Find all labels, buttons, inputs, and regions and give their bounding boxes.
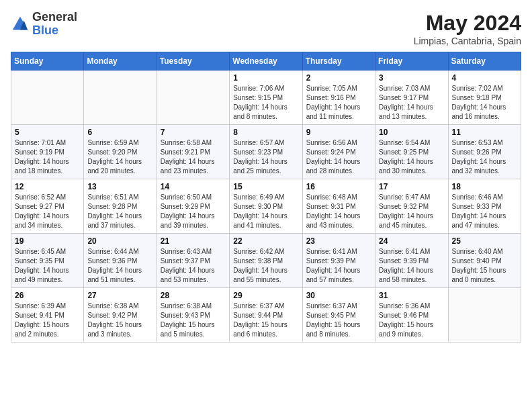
day-number: 18 [452, 182, 517, 191]
calendar-subtitle: Limpias, Cantabria, Spain [414, 36, 521, 46]
calendar-cell: 11Sunrise: 6:53 AM Sunset: 9:26 PM Dayli… [448, 125, 521, 179]
calendar-cell: 14Sunrise: 6:50 AM Sunset: 9:29 PM Dayli… [157, 179, 229, 234]
calendar-cell [11, 71, 84, 125]
calendar-cell: 27Sunrise: 6:38 AM Sunset: 9:42 PM Dayli… [84, 288, 157, 342]
day-number: 29 [233, 291, 298, 300]
day-info: Sunrise: 6:37 AM Sunset: 9:45 PM Dayligh… [306, 302, 371, 339]
calendar-week-row: 5Sunrise: 7:01 AM Sunset: 9:19 PM Daylig… [11, 125, 521, 179]
calendar-cell: 15Sunrise: 6:49 AM Sunset: 9:30 PM Dayli… [230, 179, 302, 234]
calendar-title: May 2024 [414, 11, 521, 36]
calendar-cell: 10Sunrise: 6:54 AM Sunset: 9:25 PM Dayli… [375, 125, 448, 179]
day-info: Sunrise: 6:46 AM Sunset: 9:33 PM Dayligh… [452, 193, 517, 230]
day-number: 10 [379, 128, 444, 137]
calendar-cell: 16Sunrise: 6:48 AM Sunset: 9:31 PM Dayli… [302, 179, 375, 234]
day-number: 27 [87, 291, 152, 300]
day-number: 4 [452, 73, 517, 83]
calendar-cell: 28Sunrise: 6:38 AM Sunset: 9:43 PM Dayli… [157, 288, 229, 342]
logo: General Blue [11, 11, 77, 38]
day-number: 20 [87, 236, 152, 246]
day-number: 7 [161, 128, 226, 137]
title-block: May 2024 Limpias, Cantabria, Spain [414, 11, 521, 46]
calendar-cell: 26Sunrise: 6:39 AM Sunset: 9:41 PM Dayli… [11, 288, 84, 342]
page-header: General Blue May 2024 Limpias, Cantabria… [11, 11, 521, 46]
weekday-header-monday: Monday [84, 52, 157, 71]
day-number: 2 [306, 73, 371, 83]
calendar-cell: 12Sunrise: 6:52 AM Sunset: 9:27 PM Dayli… [11, 179, 84, 234]
day-info: Sunrise: 6:51 AM Sunset: 9:28 PM Dayligh… [87, 193, 152, 230]
logo-icon [11, 15, 30, 34]
day-number: 23 [306, 236, 371, 246]
day-number: 9 [306, 128, 371, 137]
calendar-cell: 17Sunrise: 6:47 AM Sunset: 9:32 PM Dayli… [375, 179, 448, 234]
day-number: 22 [233, 236, 298, 246]
day-info: Sunrise: 6:36 AM Sunset: 9:46 PM Dayligh… [379, 302, 444, 339]
calendar-week-row: 19Sunrise: 6:45 AM Sunset: 9:35 PM Dayli… [11, 234, 521, 288]
weekday-header-row: SundayMondayTuesdayWednesdayThursdayFrid… [11, 52, 521, 71]
calendar-table: SundayMondayTuesdayWednesdayThursdayFrid… [11, 52, 521, 342]
day-info: Sunrise: 6:56 AM Sunset: 9:24 PM Dayligh… [306, 138, 371, 176]
calendar-cell [84, 71, 157, 125]
calendar-week-row: 26Sunrise: 6:39 AM Sunset: 9:41 PM Dayli… [11, 288, 521, 342]
day-info: Sunrise: 6:53 AM Sunset: 9:26 PM Dayligh… [452, 138, 517, 176]
day-info: Sunrise: 7:05 AM Sunset: 9:16 PM Dayligh… [306, 84, 371, 122]
day-info: Sunrise: 6:50 AM Sunset: 9:29 PM Dayligh… [161, 193, 226, 230]
calendar-week-row: 12Sunrise: 6:52 AM Sunset: 9:27 PM Dayli… [11, 179, 521, 234]
calendar-cell: 1Sunrise: 7:06 AM Sunset: 9:15 PM Daylig… [230, 71, 302, 125]
weekday-header-wednesday: Wednesday [230, 52, 302, 71]
calendar-cell: 18Sunrise: 6:46 AM Sunset: 9:33 PM Dayli… [448, 179, 521, 234]
day-info: Sunrise: 6:49 AM Sunset: 9:30 PM Dayligh… [233, 193, 298, 230]
day-info: Sunrise: 6:40 AM Sunset: 9:40 PM Dayligh… [452, 247, 517, 285]
day-info: Sunrise: 6:57 AM Sunset: 9:23 PM Dayligh… [233, 138, 298, 176]
day-info: Sunrise: 6:47 AM Sunset: 9:32 PM Dayligh… [379, 193, 444, 230]
day-info: Sunrise: 6:38 AM Sunset: 9:43 PM Dayligh… [161, 302, 226, 339]
day-number: 1 [233, 73, 298, 83]
day-number: 25 [452, 236, 517, 246]
calendar-cell: 6Sunrise: 6:59 AM Sunset: 9:20 PM Daylig… [84, 125, 157, 179]
calendar-cell: 21Sunrise: 6:43 AM Sunset: 9:37 PM Dayli… [157, 234, 229, 288]
calendar-week-row: 1Sunrise: 7:06 AM Sunset: 9:15 PM Daylig… [11, 71, 521, 125]
day-number: 14 [161, 182, 226, 191]
weekday-header-saturday: Saturday [448, 52, 521, 71]
day-number: 30 [306, 291, 371, 300]
logo-blue-text: Blue [32, 24, 77, 38]
day-info: Sunrise: 6:39 AM Sunset: 9:41 PM Dayligh… [15, 302, 80, 339]
calendar-cell: 7Sunrise: 6:58 AM Sunset: 9:21 PM Daylig… [157, 125, 229, 179]
day-number: 24 [379, 236, 444, 246]
day-number: 5 [15, 128, 80, 137]
calendar-cell: 24Sunrise: 6:41 AM Sunset: 9:39 PM Dayli… [375, 234, 448, 288]
day-info: Sunrise: 6:52 AM Sunset: 9:27 PM Dayligh… [15, 193, 80, 230]
day-info: Sunrise: 6:45 AM Sunset: 9:35 PM Dayligh… [15, 247, 80, 285]
day-info: Sunrise: 6:37 AM Sunset: 9:44 PM Dayligh… [233, 302, 298, 339]
day-info: Sunrise: 6:38 AM Sunset: 9:42 PM Dayligh… [87, 302, 152, 339]
calendar-cell: 4Sunrise: 7:02 AM Sunset: 9:18 PM Daylig… [448, 71, 521, 125]
calendar-cell: 3Sunrise: 7:03 AM Sunset: 9:17 PM Daylig… [375, 71, 448, 125]
calendar-cell: 13Sunrise: 6:51 AM Sunset: 9:28 PM Dayli… [84, 179, 157, 234]
day-number: 3 [379, 73, 444, 83]
day-info: Sunrise: 7:01 AM Sunset: 9:19 PM Dayligh… [15, 138, 80, 176]
day-number: 19 [15, 236, 80, 246]
day-number: 17 [379, 182, 444, 191]
calendar-cell: 8Sunrise: 6:57 AM Sunset: 9:23 PM Daylig… [230, 125, 302, 179]
day-number: 15 [233, 182, 298, 191]
day-info: Sunrise: 6:42 AM Sunset: 9:38 PM Dayligh… [233, 247, 298, 285]
day-info: Sunrise: 6:54 AM Sunset: 9:25 PM Dayligh… [379, 138, 444, 176]
calendar-cell: 23Sunrise: 6:41 AM Sunset: 9:39 PM Dayli… [302, 234, 375, 288]
day-info: Sunrise: 6:44 AM Sunset: 9:36 PM Dayligh… [87, 247, 152, 285]
weekday-header-sunday: Sunday [11, 52, 84, 71]
day-number: 26 [15, 291, 80, 300]
day-number: 28 [161, 291, 226, 300]
weekday-header-friday: Friday [375, 52, 448, 71]
day-number: 31 [379, 291, 444, 300]
day-info: Sunrise: 7:03 AM Sunset: 9:17 PM Dayligh… [379, 84, 444, 122]
calendar-cell: 19Sunrise: 6:45 AM Sunset: 9:35 PM Dayli… [11, 234, 84, 288]
day-number: 6 [87, 128, 152, 137]
calendar-cell: 25Sunrise: 6:40 AM Sunset: 9:40 PM Dayli… [448, 234, 521, 288]
calendar-cell: 22Sunrise: 6:42 AM Sunset: 9:38 PM Dayli… [230, 234, 302, 288]
logo-general-text: General [32, 11, 77, 24]
calendar-cell [157, 71, 229, 125]
calendar-cell: 2Sunrise: 7:05 AM Sunset: 9:16 PM Daylig… [302, 71, 375, 125]
day-info: Sunrise: 7:06 AM Sunset: 9:15 PM Dayligh… [233, 84, 298, 122]
day-info: Sunrise: 6:58 AM Sunset: 9:21 PM Dayligh… [161, 138, 226, 176]
day-number: 21 [161, 236, 226, 246]
day-info: Sunrise: 6:48 AM Sunset: 9:31 PM Dayligh… [306, 193, 371, 230]
